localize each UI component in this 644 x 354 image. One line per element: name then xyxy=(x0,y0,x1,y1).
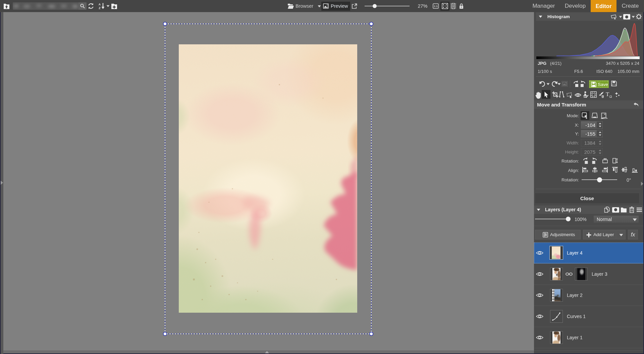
svg-text:Ω: Ω xyxy=(609,95,612,98)
svg-text:A: A xyxy=(99,3,101,6)
svg-text:1:1: 1:1 xyxy=(434,5,438,8)
svg-text:T: T xyxy=(606,91,609,97)
svg-text:Z: Z xyxy=(99,6,101,10)
